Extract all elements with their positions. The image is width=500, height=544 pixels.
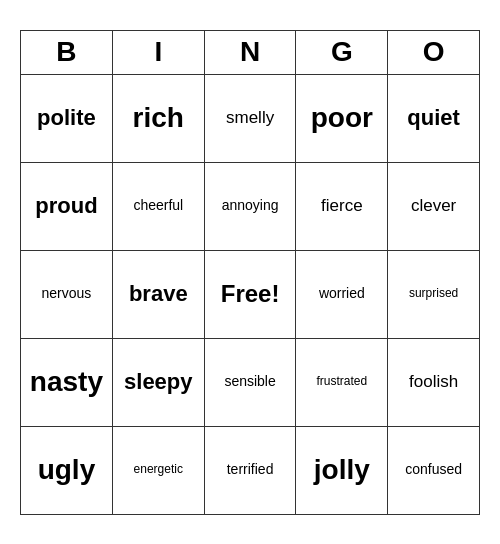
cell-label: ugly xyxy=(23,455,110,486)
cell-label: polite xyxy=(23,106,110,130)
cell-label: brave xyxy=(115,282,202,306)
header-letter: O xyxy=(388,30,480,74)
bingo-row: politerichsmellypoorquiet xyxy=(21,74,480,162)
bingo-cell: rich xyxy=(112,74,204,162)
cell-label: annoying xyxy=(207,198,294,213)
cell-label: surprised xyxy=(390,287,477,300)
bingo-row: nastysleepysensiblefrustratedfoolish xyxy=(21,338,480,426)
bingo-cell: sensible xyxy=(204,338,296,426)
cell-label: foolish xyxy=(390,373,477,392)
bingo-cell: poor xyxy=(296,74,388,162)
cell-label: fierce xyxy=(298,197,385,216)
bingo-cell: confused xyxy=(388,426,480,514)
cell-label: energetic xyxy=(115,463,202,476)
bingo-cell: quiet xyxy=(388,74,480,162)
cell-label: confused xyxy=(390,462,477,477)
cell-label: Free! xyxy=(207,281,294,307)
cell-label: proud xyxy=(23,194,110,218)
cell-label: jolly xyxy=(298,455,385,486)
bingo-cell: foolish xyxy=(388,338,480,426)
bingo-cell: nervous xyxy=(21,250,113,338)
bingo-cell: Free! xyxy=(204,250,296,338)
header-letter: G xyxy=(296,30,388,74)
cell-label: nervous xyxy=(23,286,110,301)
cell-label: smelly xyxy=(207,109,294,128)
header-letter: B xyxy=(21,30,113,74)
bingo-cell: terrified xyxy=(204,426,296,514)
header-letter: N xyxy=(204,30,296,74)
cell-label: terrified xyxy=(207,462,294,477)
cell-label: clever xyxy=(390,197,477,216)
cell-label: rich xyxy=(115,103,202,134)
bingo-cell: proud xyxy=(21,162,113,250)
bingo-cell: fierce xyxy=(296,162,388,250)
cell-label: sensible xyxy=(207,374,294,389)
bingo-cell: brave xyxy=(112,250,204,338)
bingo-cell: clever xyxy=(388,162,480,250)
bingo-cell: polite xyxy=(21,74,113,162)
bingo-cell: jolly xyxy=(296,426,388,514)
bingo-cell: nasty xyxy=(21,338,113,426)
bingo-cell: frustrated xyxy=(296,338,388,426)
bingo-row: proudcheerfulannoyingfierceclever xyxy=(21,162,480,250)
bingo-cell: cheerful xyxy=(112,162,204,250)
cell-label: poor xyxy=(298,103,385,134)
bingo-row: uglyenergeticterrifiedjollyconfused xyxy=(21,426,480,514)
cell-label: cheerful xyxy=(115,198,202,213)
header-row: BINGO xyxy=(21,30,480,74)
bingo-cell: energetic xyxy=(112,426,204,514)
bingo-cell: surprised xyxy=(388,250,480,338)
bingo-row: nervousbraveFree!worriedsurprised xyxy=(21,250,480,338)
cell-label: nasty xyxy=(23,367,110,398)
bingo-cell: sleepy xyxy=(112,338,204,426)
bingo-cell: ugly xyxy=(21,426,113,514)
bingo-card: BINGO politerichsmellypoorquietproudchee… xyxy=(20,30,480,515)
bingo-cell: smelly xyxy=(204,74,296,162)
header-letter: I xyxy=(112,30,204,74)
cell-label: frustrated xyxy=(298,375,385,388)
bingo-cell: annoying xyxy=(204,162,296,250)
cell-label: quiet xyxy=(390,106,477,130)
bingo-cell: worried xyxy=(296,250,388,338)
cell-label: sleepy xyxy=(115,370,202,394)
cell-label: worried xyxy=(298,286,385,301)
